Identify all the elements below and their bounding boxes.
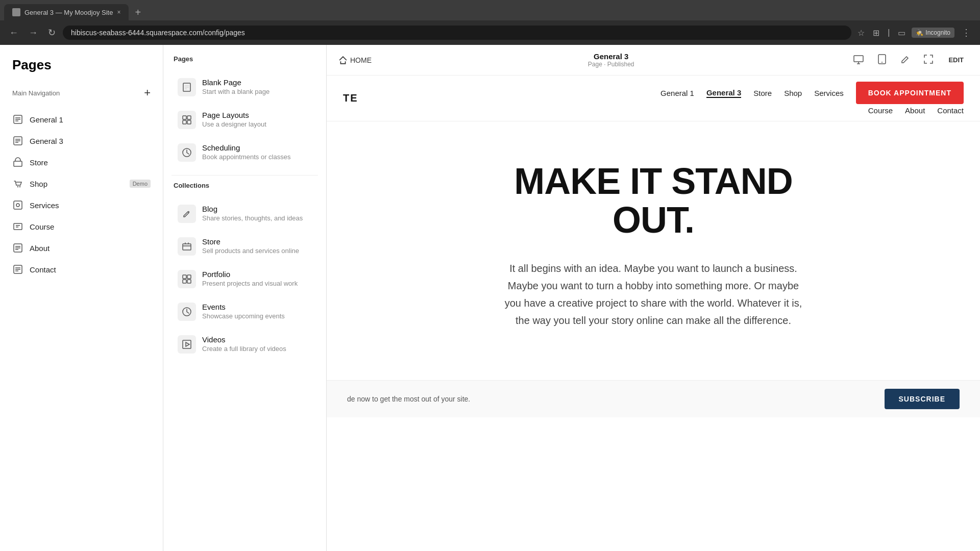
hero-description: It all begins with an idea. Maybe you wa… <box>500 260 806 329</box>
contact-icon <box>12 264 23 275</box>
nav-link-contact[interactable]: Contact <box>937 106 964 115</box>
svg-rect-12 <box>14 201 22 209</box>
nav-link-general3[interactable]: General 3 <box>706 88 741 98</box>
sidebar-item-label-general1: General 1 <box>30 115 151 124</box>
edit-mode-btn[interactable]: EDIT <box>944 56 968 64</box>
svg-rect-30 <box>187 116 191 119</box>
preview-area: HOME General 3 Page · Published <box>327 45 980 551</box>
sidebar-item-general1[interactable]: General 1 <box>8 109 155 130</box>
events-option[interactable]: Events Showcase upcoming events <box>172 295 318 328</box>
site-logo: TE <box>343 92 358 104</box>
scheduling-title: Scheduling <box>202 143 312 152</box>
subscribe-text: de now to get the most out of your site. <box>347 395 885 403</box>
scheduling-text: Scheduling Book appointments or classes <box>202 143 312 161</box>
sidebar-item-services[interactable]: Services <box>8 194 155 216</box>
portfolio-icon <box>178 270 196 288</box>
book-appointment-btn[interactable]: BOOK APPOINTMENT <box>856 82 964 104</box>
sidebar-item-shop[interactable]: Shop Demo <box>8 173 155 194</box>
refresh-btn[interactable]: ↻ <box>45 25 59 40</box>
active-tab[interactable]: General 3 — My Moodjoy Site × <box>4 4 129 20</box>
scheduling-icon <box>178 143 196 162</box>
videos-title: Videos <box>202 335 312 344</box>
fullscreen-btn[interactable] <box>921 52 936 68</box>
subscribe-btn[interactable]: SUBSCRIBE <box>885 389 960 409</box>
portfolio-option[interactable]: Portfolio Present projects and visual wo… <box>172 263 318 295</box>
nav-items-list: General 1 General 3 Store <box>0 109 163 280</box>
new-tab-btn[interactable]: + <box>131 5 145 20</box>
svg-point-46 <box>881 62 883 63</box>
tab-title: General 3 — My Moodjoy Site <box>24 9 113 16</box>
nav-link-shop[interactable]: Shop <box>784 89 802 97</box>
desktop-view-btn[interactable] <box>850 51 867 69</box>
back-btn[interactable]: ← <box>6 26 21 40</box>
blog-option[interactable]: Blog Share stories, thoughts, and ideas <box>172 197 318 230</box>
blog-icon <box>178 205 196 223</box>
svg-rect-35 <box>183 275 186 279</box>
tab-bar: General 3 — My Moodjoy Site × + <box>0 0 980 20</box>
display-icon[interactable]: ▭ <box>896 26 908 40</box>
incognito-badge: 🕵 Incognito <box>912 28 954 38</box>
tab-close-btn[interactable]: × <box>117 9 120 16</box>
add-page-btn[interactable]: + <box>144 87 151 98</box>
site-nav-links: General 1 General 3 Store Shop Services … <box>660 82 964 115</box>
nav-link-store[interactable]: Store <box>753 89 772 97</box>
extensions-icon[interactable]: ⊞ <box>871 26 881 40</box>
store-collection-icon <box>178 237 196 256</box>
panel-divider <box>172 175 318 176</box>
svg-rect-0 <box>13 9 19 15</box>
events-text: Events Showcase upcoming events <box>202 303 312 320</box>
svg-rect-31 <box>183 120 186 124</box>
page-layouts-option[interactable]: Page Layouts Use a designer layout <box>172 104 318 136</box>
shop-icon <box>12 178 23 189</box>
incognito-icon: 🕵 <box>916 29 923 36</box>
edit-pen-btn[interactable] <box>897 52 913 68</box>
store-icon <box>12 157 23 168</box>
page-layouts-title: Page Layouts <box>202 111 312 119</box>
page-icon <box>12 114 23 125</box>
videos-desc: Create a full library of videos <box>202 345 312 353</box>
menu-btn[interactable]: ⋮ <box>959 25 974 40</box>
tab-favicon <box>12 8 20 16</box>
profile-icon[interactable]: | <box>886 26 892 39</box>
blog-text: Blog Share stories, thoughts, and ideas <box>202 205 312 222</box>
svg-rect-29 <box>183 116 186 119</box>
svg-rect-42 <box>854 56 863 62</box>
sidebar-item-about[interactable]: About <box>8 237 155 259</box>
nav-link-general1[interactable]: General 1 <box>660 89 694 97</box>
forward-btn[interactable]: → <box>26 26 41 40</box>
page-layouts-icon <box>178 111 196 129</box>
blog-title: Blog <box>202 205 312 213</box>
home-link[interactable]: HOME <box>339 56 372 64</box>
bookmark-icon[interactable]: ☆ <box>855 26 867 40</box>
store-collection-title: Store <box>202 237 312 246</box>
preview-wrapper: TE General 1 General 3 Store Shop Servic… <box>327 76 980 551</box>
nav-link-services[interactable]: Services <box>814 89 844 97</box>
main-navigation-section: Main Navigation + <box>0 77 163 109</box>
toolbar-page-name: General 3 <box>594 52 628 61</box>
sidebar-header: Pages <box>0 45 163 77</box>
videos-option[interactable]: Videos Create a full library of videos <box>172 328 318 361</box>
svg-point-13 <box>16 204 19 207</box>
sidebar-item-label-store: Store <box>30 158 151 167</box>
incognito-label: Incognito <box>925 29 950 36</box>
browser-action-icons: ☆ ⊞ | ▭ <box>855 26 908 40</box>
sidebar-item-store[interactable]: Store <box>8 152 155 173</box>
portfolio-text: Portfolio Present projects and visual wo… <box>202 270 312 287</box>
address-bar[interactable] <box>63 26 851 40</box>
events-desc: Showcase upcoming events <box>202 312 312 320</box>
nav-link-about[interactable]: About <box>905 106 925 115</box>
sidebar-item-label-course: Course <box>30 222 151 231</box>
svg-rect-38 <box>187 280 191 283</box>
sidebar-item-contact[interactable]: Contact <box>8 259 155 280</box>
blank-page-option[interactable]: Blank Page Start with a blank page <box>172 71 318 104</box>
about-icon <box>12 242 23 254</box>
scheduling-option[interactable]: Scheduling Book appointments or classes <box>172 136 318 169</box>
store-collection-option[interactable]: Store Sell products and services online <box>172 230 318 263</box>
nav-link-course[interactable]: Course <box>868 106 893 115</box>
sidebar-item-course[interactable]: Course <box>8 216 155 237</box>
sidebar-item-label-about: About <box>30 244 151 253</box>
mobile-view-btn[interactable] <box>875 51 889 69</box>
sidebar-item-general3[interactable]: General 3 <box>8 130 155 152</box>
hero-title: MAKE IT STAND OUT. <box>470 162 837 239</box>
svg-rect-14 <box>14 223 22 230</box>
